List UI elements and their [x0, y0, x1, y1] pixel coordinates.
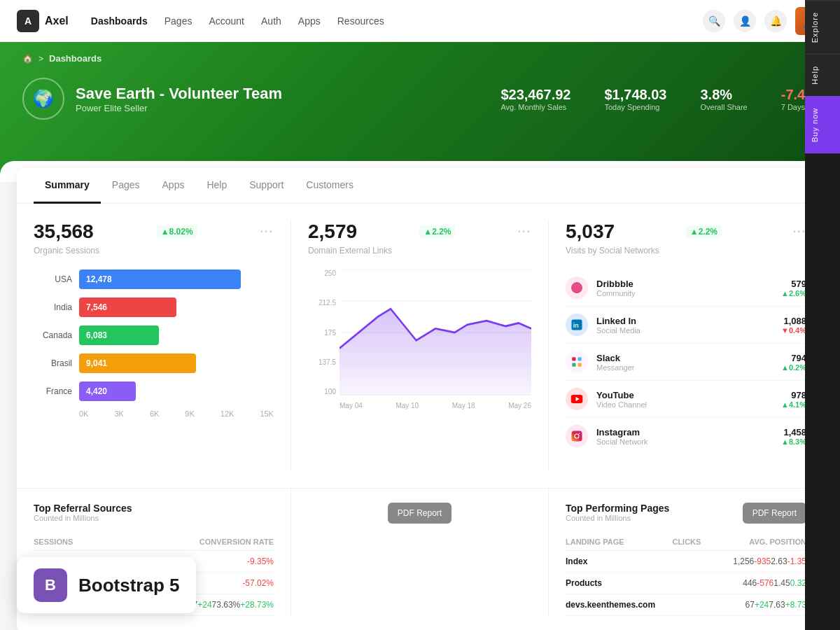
explore-button[interactable]: Explore: [805, 0, 840, 54]
dribbble-name: Dribbble: [596, 279, 773, 289]
y-label-137: 137.5: [308, 358, 336, 366]
linkedin-stats: 1,088 ▼0.4%: [781, 316, 806, 335]
dribbble-icon: [566, 276, 588, 299]
settings-button[interactable]: 🔔: [764, 10, 787, 32]
slack-count: 794: [781, 353, 806, 363]
organic-sessions-badge: ▲8.02%: [157, 225, 197, 238]
dribbble-sub: Community: [596, 289, 773, 298]
search-button[interactable]: 🔍: [703, 10, 725, 32]
svg-rect-10: [572, 363, 575, 367]
bar-label-canada: Canada: [34, 330, 72, 340]
youtube-name: YouTube: [596, 390, 773, 400]
bootstrap-watermark: B Bootstrap 5: [17, 557, 196, 613]
bar-label-france: France: [34, 386, 72, 396]
hero-subtitle: Power Elite Seller: [76, 103, 282, 113]
page-pos-change-3: +8.73: [785, 600, 806, 610]
top-pages-row-2: Products 446 -576 1.45 0.32: [566, 573, 806, 594]
nav-account[interactable]: Account: [209, 13, 244, 29]
pdf-report-button[interactable]: PDF Report: [388, 503, 451, 524]
page-name-3: devs.keenthemes.com: [566, 600, 746, 610]
tab-apps[interactable]: Apps: [151, 168, 196, 204]
y-label-212: 212.5: [308, 299, 336, 307]
bar-row-india: India 7,546: [34, 298, 274, 317]
page-clicks-2: 446: [743, 578, 757, 588]
referral-table-header: Sessions Conversion Rate: [34, 533, 274, 551]
navbar: A Axel Dashboards Pages Account Auth App…: [0, 0, 840, 42]
domain-links-more[interactable]: ···: [518, 225, 531, 238]
domain-links-card: 2,579 ▲2.2% ··· Domain External Links 25…: [291, 220, 549, 471]
bar-container-brasil: 9,041: [79, 354, 274, 373]
top-pages-pdf-button[interactable]: PDF Report: [743, 503, 806, 524]
social-row-instagram: Instagram Social Network 1,458 ▲8.3%: [566, 418, 806, 454]
organic-sessions-value: 35,568: [34, 220, 94, 243]
youtube-info: YouTube Video Channel: [596, 390, 773, 409]
brand-name: Axel: [45, 15, 69, 27]
top-pages-row-3: devs.keenthemes.com 67 +24 7.63 +8.73: [566, 594, 806, 616]
linkedin-icon: in: [566, 314, 588, 336]
page-clicks-change-1: -935: [754, 556, 771, 566]
breadcrumb-current: Dashboards: [49, 53, 102, 64]
axis-15k: 15K: [260, 410, 274, 418]
svg-rect-11: [578, 363, 582, 367]
social-header: 5,037 ▲2.2% ···: [566, 220, 806, 243]
brand[interactable]: A Axel: [17, 10, 69, 32]
social-row-dribbble: Dribbble Community 579 ▲2.6%: [566, 270, 806, 307]
nav-auth[interactable]: Auth: [261, 13, 281, 29]
top-pages-sub: Counted in Millions: [566, 514, 669, 522]
stat-today-spending-value: $1,748.03: [605, 87, 667, 103]
referral-title: Top Referral Sources: [34, 503, 132, 514]
stat-today-spending-label: Today Spending: [605, 103, 667, 111]
social-row-linkedin: in Linked In Social Media 1,088 ▼0.4%: [566, 307, 806, 344]
hero-logo: 🌍: [22, 78, 64, 120]
dribbble-change: ▲2.6%: [781, 289, 806, 298]
dribbble-info: Dribbble Community: [596, 279, 773, 298]
hero-text: Save Earth - Volunteer Team Power Elite …: [76, 85, 282, 113]
page-position-3: 7.63: [769, 600, 785, 610]
slack-change: ▲0.2%: [781, 363, 806, 372]
hero-content: 🌍 Save Earth - Volunteer Team Power Elit…: [22, 78, 818, 120]
nav-dashboards[interactable]: Dashboards: [91, 13, 148, 29]
notifications-button[interactable]: 👤: [734, 10, 756, 32]
social-value: 5,037: [566, 220, 615, 243]
nav-pages[interactable]: Pages: [164, 13, 192, 29]
tab-help[interactable]: Help: [195, 168, 238, 204]
svg-rect-14: [572, 431, 582, 442]
slack-icon: [566, 351, 588, 373]
linkedin-name: Linked In: [596, 316, 773, 326]
top-pages-title: Top Performing Pages: [566, 503, 669, 514]
dribbble-count: 579: [781, 279, 806, 289]
line-chart-x-labels: May 04 May 10 May 18 May 26: [340, 402, 531, 410]
page-clicks-1: 1,256: [733, 556, 754, 566]
linkedin-info: Linked In Social Media: [596, 316, 773, 335]
buy-now-button[interactable]: Buy now: [805, 96, 840, 153]
domain-links-label: Domain External Links: [308, 246, 531, 255]
nav-resources[interactable]: Resources: [337, 13, 384, 29]
youtube-change: ▲4.1%: [781, 400, 806, 409]
help-button[interactable]: Help: [805, 54, 840, 96]
nav-apps[interactable]: Apps: [298, 13, 321, 29]
axis-0k: 0K: [79, 410, 88, 418]
domain-links-value: 2,579: [308, 220, 357, 243]
bar-fill-india: 7,546: [79, 298, 176, 317]
tab-customers[interactable]: Customers: [295, 168, 365, 204]
tab-summary[interactable]: Summary: [34, 168, 101, 204]
svg-rect-9: [578, 357, 582, 360]
youtube-sub: Video Channel: [596, 400, 773, 409]
instagram-change: ▲8.3%: [781, 438, 806, 446]
line-chart: 250 212.5 175 137.5 100: [308, 270, 531, 410]
x-label-may04: May 04: [340, 402, 363, 410]
linkedin-change: ▼0.4%: [781, 326, 806, 335]
tab-pages[interactable]: Pages: [101, 168, 151, 204]
bar-container-canada: 6,083: [79, 326, 274, 345]
home-icon[interactable]: 🏠: [22, 54, 33, 64]
ref-col-conv: Conversion Rate: [200, 538, 274, 546]
tab-support[interactable]: Support: [238, 168, 295, 204]
stat-monthly-sales-value: $23,467.92: [500, 87, 570, 103]
svg-text:in: in: [573, 322, 579, 329]
page-wrapper: 🏠 > Dashboards 🌍 Save Earth - Volunteer …: [0, 42, 840, 630]
top-pages-header: Landing Page Clicks Avg. Position: [566, 533, 806, 551]
hero-stats: $23,467.92 Avg. Monthly Sales $1,748.03 …: [500, 87, 818, 111]
organic-sessions-more[interactable]: ···: [260, 225, 274, 238]
stat-monthly-sales-label: Avg. Monthly Sales: [500, 103, 570, 111]
instagram-stats: 1,458 ▲8.3%: [781, 427, 806, 446]
